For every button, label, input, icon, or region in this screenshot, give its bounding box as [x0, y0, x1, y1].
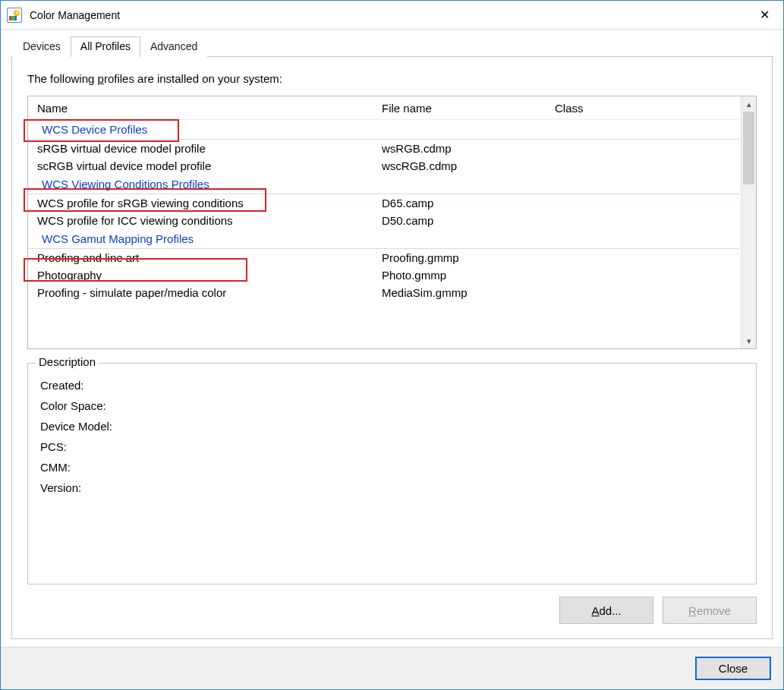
- item-class: [555, 159, 741, 172]
- item-class: [555, 214, 741, 227]
- tab-advanced[interactable]: Advanced: [140, 36, 207, 57]
- color-management-window: Color Management ✕ Devices All Profiles …: [0, 0, 784, 690]
- desc-cmm: CMM:: [40, 461, 744, 474]
- item-name: WCS profile for sRGB viewing conditions: [28, 197, 382, 210]
- column-name[interactable]: Name: [28, 102, 382, 115]
- app-icon: [7, 8, 22, 23]
- titlebar: Color Management ✕: [1, 1, 783, 30]
- list-item[interactable]: sRGB virtual device model profile wsRGB.…: [28, 140, 741, 157]
- tab-all-profiles[interactable]: All Profiles: [71, 36, 140, 57]
- list-item[interactable]: scRGB virtual device model profile wscRG…: [28, 157, 741, 175]
- group-label: WCS Viewing Conditions Profiles: [42, 178, 209, 191]
- item-name: Proofing and line art: [28, 251, 382, 264]
- profiles-list: Name File name Class WCS Device Profiles…: [27, 96, 757, 349]
- tab-devices[interactable]: Devices: [13, 36, 71, 57]
- dialog-footer: Close: [1, 647, 783, 689]
- item-name: Photography: [28, 269, 382, 282]
- item-name: Proofing - simulate paper/media color: [28, 286, 382, 299]
- desc-color-space: Color Space:: [40, 399, 744, 412]
- item-class: [555, 197, 741, 210]
- item-file: D50.camp: [382, 214, 555, 227]
- item-file: Photo.gmmp: [382, 269, 555, 282]
- group-wcs-viewing-conditions[interactable]: WCS Viewing Conditions Profiles: [28, 175, 739, 194]
- client-area: Devices All Profiles Advanced The follow…: [1, 30, 783, 647]
- profiles-scroll-area[interactable]: Name File name Class WCS Device Profiles…: [28, 96, 741, 348]
- description-group: Description Created: Color Space: Device…: [27, 363, 757, 584]
- list-item[interactable]: Proofing - simulate paper/media color Me…: [28, 284, 741, 301]
- close-button[interactable]: Close: [695, 657, 771, 680]
- tab-strip: Devices All Profiles Advanced: [11, 36, 773, 56]
- item-file: Proofing.gmmp: [382, 251, 555, 264]
- item-file: MediaSim.gmmp: [382, 286, 555, 299]
- column-class[interactable]: Class: [555, 102, 741, 115]
- group-wcs-device-profiles[interactable]: WCS Device Profiles: [28, 120, 739, 140]
- remove-button: Remove: [663, 597, 757, 624]
- tab-page-all-profiles: The following profiles are installed on …: [11, 56, 773, 639]
- button-row: Add... Remove: [27, 597, 757, 624]
- desc-created: Created:: [40, 379, 744, 392]
- item-file: wsRGB.cdmp: [382, 142, 555, 155]
- scroll-thumb[interactable]: [743, 112, 754, 184]
- item-file: D65.camp: [382, 197, 555, 210]
- list-item[interactable]: WCS profile for ICC viewing conditions D…: [28, 212, 741, 229]
- column-headers[interactable]: Name File name Class: [28, 96, 741, 120]
- group-label: WCS Device Profiles: [42, 123, 147, 136]
- group-wcs-gamut-mapping[interactable]: WCS Gamut Mapping Profiles: [28, 229, 739, 249]
- list-item[interactable]: Proofing and line art Proofing.gmmp: [28, 249, 741, 266]
- scroll-down-icon[interactable]: ▾: [741, 333, 756, 348]
- desc-pcs: PCS:: [40, 440, 744, 453]
- item-name: scRGB virtual device model profile: [28, 159, 382, 172]
- list-item[interactable]: Photography Photo.gmmp: [28, 266, 741, 284]
- item-file: wscRGB.cdmp: [382, 159, 555, 172]
- column-file[interactable]: File name: [382, 102, 555, 115]
- intro-text: The following profiles are installed on …: [27, 72, 757, 85]
- item-name: WCS profile for ICC viewing conditions: [28, 214, 382, 227]
- add-button[interactable]: Add...: [559, 597, 653, 624]
- item-class: [555, 251, 741, 264]
- group-label: WCS Gamut Mapping Profiles: [42, 232, 194, 245]
- list-item[interactable]: WCS profile for sRGB viewing conditions …: [28, 194, 741, 212]
- scroll-up-icon[interactable]: ▴: [741, 96, 756, 112]
- item-class: [555, 269, 741, 282]
- item-class: [555, 286, 741, 299]
- close-icon[interactable]: ✕: [745, 1, 783, 30]
- scrollbar[interactable]: ▴ ▾: [741, 96, 756, 348]
- description-legend: Description: [36, 355, 99, 368]
- desc-device-model: Device Model:: [40, 420, 744, 433]
- desc-version: Version:: [40, 481, 744, 494]
- window-title: Color Management: [30, 9, 745, 21]
- item-class: [555, 142, 741, 155]
- item-name: sRGB virtual device model profile: [28, 142, 382, 155]
